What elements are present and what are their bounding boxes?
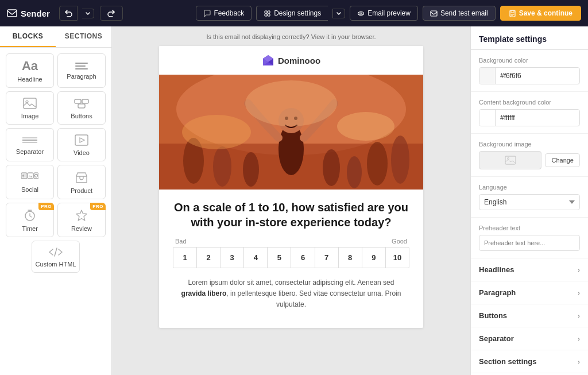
canvas-notice: Is this email not displaying correctly? … [206,33,376,40]
svg-rect-6 [24,98,36,109]
email-logo-text: Dominooo [278,56,320,65]
accordion-separator[interactable]: Separator › [471,327,588,350]
eye-icon [357,10,365,17]
content-bg-color-swatch[interactable] [479,110,496,126]
product-label: Product [71,187,92,194]
block-image[interactable]: Image [6,91,54,125]
block-social[interactable]: f in Social [6,165,54,199]
save-icon [509,10,516,17]
language-select[interactable]: English French German Spanish [479,194,580,210]
rating-4[interactable]: 4 [244,248,268,268]
redo-icon [107,9,115,17]
product-icon [75,171,88,184]
undo-button[interactable] [59,6,78,21]
tab-sections[interactable]: SECTIONS [56,26,111,47]
right-panel: Template settings Background color Conte… [470,26,588,375]
svg-point-41 [182,115,251,149]
block-headline[interactable]: Aa Headline [6,53,54,88]
main-canvas: Is this email not displaying correctly? … [112,26,470,375]
rating-1[interactable]: 1 [173,248,197,268]
logo-icon [7,8,17,18]
feedback-icon [203,10,211,17]
accordion-section-settings-label: Section settings [479,357,536,366]
block-timer[interactable]: PRO Timer [6,203,54,237]
svg-rect-5 [511,10,514,13]
chevron-right-icon: › [578,312,580,319]
bg-color-swatch[interactable] [479,68,496,84]
custom-html-label: Custom HTML [36,261,76,268]
rating-9[interactable]: 9 [362,248,386,268]
rating-3[interactable]: 3 [220,248,244,268]
bg-color-input-row[interactable] [479,67,580,84]
chevron-right-icon: › [578,266,580,273]
save-continue-button[interactable]: Save & continue [500,6,581,21]
chevron-down-icon [336,12,341,15]
accordion-paragraph-label: Paragraph [479,288,516,297]
feedback-button[interactable]: Feedback [196,6,252,21]
email-hero-image [159,75,423,190]
pro-badge-review: PRO [90,203,106,210]
svg-point-1 [358,11,364,15]
undo-dropdown-button[interactable] [82,9,94,18]
content-bg-color-value[interactable] [496,111,580,125]
redo-button[interactable] [100,6,123,21]
chevron-right-icon: › [578,358,580,365]
email-logo-icon [262,54,274,67]
svg-rect-9 [82,99,88,103]
accordion-paragraph[interactable]: Paragraph › [471,281,588,304]
block-separator[interactable]: Separator [6,128,54,161]
block-review[interactable]: PRO Review [57,203,106,237]
block-paragraph[interactable]: Paragraph [57,53,106,88]
svg-point-45 [323,149,340,186]
bg-color-value[interactable] [496,69,580,83]
accordion-section-settings[interactable]: Section settings › [471,350,588,373]
timer-label: Timer [22,225,38,232]
left-tabs: BLOCKS SECTIONS [0,26,111,48]
svg-rect-47 [505,156,516,164]
rating-8[interactable]: 8 [339,248,362,268]
hero-svg [159,75,423,190]
timer-icon [24,209,36,222]
bg-color-label: Background color [479,57,580,64]
rating-labels: Bad Good [173,238,409,245]
accordion-headlines[interactable]: Headlines › [471,258,588,281]
content-bg-color-section: Content background color [471,92,588,134]
app-logo: Sender [7,8,50,18]
design-settings-caret[interactable] [332,9,345,18]
content-bg-color-input-row[interactable] [479,109,580,126]
preheader-input[interactable] [479,235,580,251]
rating-2[interactable]: 2 [197,248,220,268]
block-custom-html[interactable]: Custom HTML [32,241,80,273]
svg-point-7 [26,100,28,103]
accordion-separator-label: Separator [479,334,514,343]
block-product[interactable]: Product [57,165,106,199]
separator-label: Separator [16,148,44,155]
chevron-right-icon: › [578,335,580,342]
accordion-buttons[interactable]: Buttons › [471,304,588,327]
rating-7[interactable]: 7 [315,248,339,268]
chevron-right-icon: › [578,289,580,296]
mail-icon [430,10,438,17]
svg-rect-8 [75,99,81,103]
paragraph-icon [75,63,88,69]
svg-point-23 [37,174,37,175]
separator-icon [22,136,37,145]
block-video[interactable]: Video [57,128,106,161]
svg-point-44 [243,152,259,187]
svg-text:in: in [29,175,32,178]
email-body-content: On a scale of 1 to 10, how satisfied are… [159,190,423,328]
feedback-label: Feedback [214,9,244,17]
save-continue-label: Save & continue [519,9,572,17]
language-label: Language [479,184,580,191]
bg-image-change-button[interactable]: Change [545,153,580,167]
tab-blocks[interactable]: BLOCKS [0,26,56,47]
review-label: Review [71,225,92,232]
rating-6[interactable]: 6 [291,248,315,268]
accordion-buttons-label: Buttons [479,311,507,320]
rating-10[interactable]: 10 [386,248,409,268]
design-settings-button[interactable]: Design settings [256,6,328,21]
rating-5[interactable]: 5 [268,248,291,268]
send-test-button[interactable]: Send test email [423,6,496,21]
block-buttons[interactable]: Buttons [57,91,106,125]
email-preview-button[interactable]: Email preview [350,6,418,21]
